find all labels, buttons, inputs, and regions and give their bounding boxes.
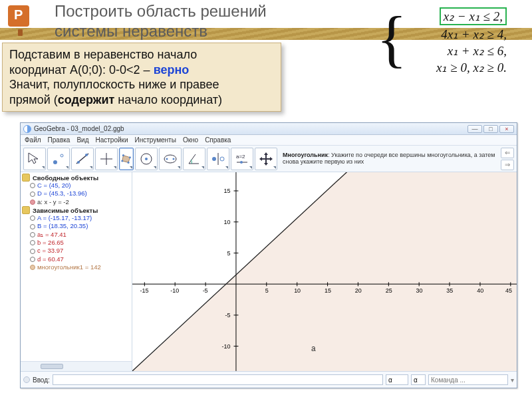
- svg-text:35: 35: [446, 287, 453, 294]
- svg-text:15: 15: [325, 287, 331, 294]
- redo-button[interactable]: ⇒: [501, 160, 514, 170]
- tool-perpendicular[interactable]: [95, 148, 118, 170]
- tool-move-view[interactable]: [255, 148, 277, 170]
- maximize-button[interactable]: □: [483, 125, 498, 133]
- explanation-box: Подставим в неравенство начало координат…: [2, 43, 281, 112]
- svg-text:30: 30: [416, 287, 422, 294]
- group-free-objects[interactable]: Свободные объекты: [22, 174, 132, 182]
- menu-item[interactable]: Файл: [25, 136, 41, 144]
- line-label: a: [311, 344, 316, 353]
- list-item[interactable]: многоугольник1 = 142: [22, 263, 132, 271]
- svg-text:-10: -10: [222, 343, 231, 350]
- svg-text:a=2: a=2: [236, 154, 245, 160]
- svg-text:-15: -15: [140, 287, 148, 294]
- highlighted-inequality: x₂ − x₁ ≤ 2,: [440, 7, 507, 25]
- tool-angle[interactable]: [183, 148, 205, 170]
- group-dependent-objects[interactable]: Зависимые объекты: [22, 206, 132, 214]
- list-item[interactable]: a: x - y = -2: [22, 198, 132, 206]
- svg-text:40: 40: [477, 287, 483, 294]
- list-item[interactable]: b = 26.65: [22, 239, 132, 247]
- menu-item[interactable]: Вид: [76, 136, 88, 144]
- list-item[interactable]: d = 60.47: [22, 255, 132, 263]
- list-item[interactable]: c = 33.97: [22, 247, 132, 255]
- graphics-view[interactable]: -15-10-5 5101520 2530354045 -10-5 51015 …: [132, 172, 517, 371]
- toolbar-tip: Многоугольник: Укажите по очереди все ве…: [283, 152, 497, 166]
- svg-point-13: [145, 158, 148, 160]
- svg-point-10: [128, 161, 130, 163]
- svg-text:10: 10: [224, 219, 231, 225]
- tool-circle[interactable]: [135, 148, 158, 170]
- svg-text:5: 5: [227, 250, 230, 257]
- tool-move[interactable]: [23, 148, 46, 170]
- svg-text:-10: -10: [170, 287, 179, 294]
- svg-text:5: 5: [265, 287, 269, 294]
- list-item[interactable]: D = (45.3, -13.96): [22, 190, 132, 198]
- tool-transform[interactable]: [207, 148, 229, 170]
- svg-point-18: [220, 157, 224, 161]
- tool-ellipse[interactable]: [159, 148, 182, 170]
- symbol-select[interactable]: [411, 374, 426, 385]
- menu-item[interactable]: Инструменты: [135, 136, 176, 144]
- undo-button[interactable]: ⇐: [501, 148, 514, 158]
- list-item[interactable]: A = (-15.17, -13.17): [22, 214, 132, 222]
- list-item[interactable]: a₁ = 47.41: [22, 231, 132, 239]
- command-field[interactable]: [428, 374, 508, 385]
- menu-item[interactable]: Правка: [48, 136, 70, 144]
- list-item[interactable]: B = (18.35, 20.35): [22, 222, 132, 230]
- svg-text:25: 25: [386, 287, 392, 294]
- coordinate-plane: -15-10-5 5101520 2530354045 -10-5 51015 …: [132, 172, 517, 371]
- svg-point-11: [121, 160, 123, 162]
- slide-title: Построить область решений системы нераве…: [55, 1, 267, 41]
- svg-text:15: 15: [224, 188, 231, 194]
- panel-scrollbar[interactable]: [21, 362, 132, 371]
- svg-point-3: [77, 161, 80, 164]
- menu-item[interactable]: Справка: [205, 136, 231, 144]
- menu-item[interactable]: Окно: [183, 136, 198, 144]
- svg-point-1: [61, 154, 63, 157]
- symbol-field[interactable]: [386, 374, 408, 385]
- svg-text:20: 20: [355, 287, 362, 294]
- tool-polygon[interactable]: [119, 148, 134, 170]
- svg-text:-5: -5: [203, 287, 208, 294]
- svg-point-16: [173, 158, 175, 160]
- app-logo-icon: [23, 125, 31, 133]
- minimize-button[interactable]: —: [467, 125, 482, 133]
- geogebra-window: GeoGebra - 03_model_02.ggb — □ × Файл Пр…: [20, 122, 517, 388]
- svg-point-22: [240, 161, 243, 164]
- tool-point[interactable]: [47, 148, 70, 170]
- tool-slider[interactable]: a=2: [231, 148, 253, 170]
- window-title: GeoGebra - 03_model_02.ggb: [34, 125, 124, 132]
- svg-point-15: [166, 158, 168, 160]
- shaded-halfplane: [132, 172, 517, 371]
- menu-item[interactable]: Настройки: [95, 136, 128, 144]
- tool-line[interactable]: [71, 148, 94, 170]
- close-button[interactable]: ×: [499, 125, 514, 133]
- menu-bar: Файл Правка Вид Настройки Инструменты Ок…: [21, 135, 517, 146]
- algebra-panel: Свободные объекты C = (45, 20) D = (45.3…: [21, 172, 132, 371]
- input-label: Ввод:: [33, 376, 50, 384]
- system-of-inequalities: { x₂ − x₁ ≤ 2, 4x₁ + x₂ ≥ 4, x₁ + x₂ ≤ 6…: [372, 7, 512, 76]
- input-marker-icon: [23, 376, 30, 383]
- svg-marker-7: [122, 155, 130, 162]
- list-item[interactable]: C = (45, 20): [22, 182, 132, 190]
- svg-text:45: 45: [505, 287, 512, 294]
- toolbar: a=2 Многоугольник: Укажите по очереди вс…: [21, 146, 517, 172]
- svg-point-17: [212, 157, 216, 161]
- input-bar: Ввод: ▾: [21, 372, 517, 388]
- svg-point-8: [122, 154, 124, 156]
- svg-point-4: [85, 154, 88, 156]
- svg-text:10: 10: [294, 287, 301, 294]
- input-field[interactable]: [53, 374, 383, 385]
- icon-letter: P: [14, 7, 23, 23]
- slide-template-icon: P: [8, 5, 32, 39]
- svg-point-9: [129, 156, 131, 158]
- svg-text:-5: -5: [225, 312, 231, 319]
- svg-point-0: [53, 160, 57, 164]
- window-titlebar[interactable]: GeoGebra - 03_model_02.ggb — □ ×: [21, 123, 517, 135]
